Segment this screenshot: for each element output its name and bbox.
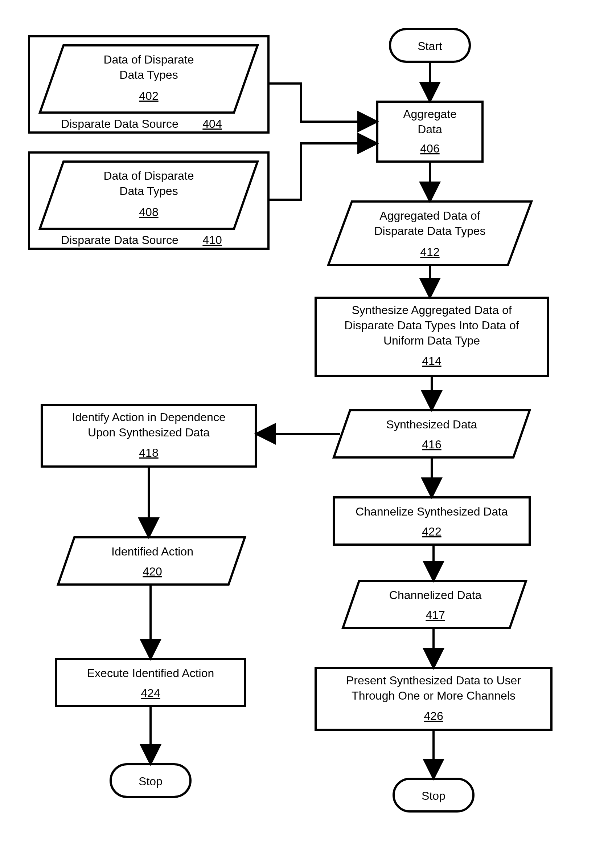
synthesized-data-416: Synthesized Data 416 (334, 410, 530, 457)
start-label: Start (417, 40, 442, 53)
execute-action-424: Execute Identified Action 424 (56, 659, 245, 706)
source-410-label: Disparate Data Source (61, 233, 179, 247)
n414-l3: Uniform Data Type (384, 334, 480, 347)
identify-action-418: Identify Action in Dependence Upon Synth… (42, 405, 256, 467)
n414-l2: Disparate Data Types Into Data of (344, 319, 519, 332)
data-402-l2: Data Types (119, 68, 178, 81)
stop-left-label: Stop (139, 775, 162, 788)
data-402-l1: Data of Disparate (103, 53, 194, 66)
stop-terminal-left: Stop (111, 764, 191, 797)
n424-ref: 424 (141, 686, 160, 700)
agg-l2: Data (417, 123, 442, 136)
source-404-ref: 404 (202, 117, 222, 130)
source-404-label: Disparate Data Source (61, 117, 179, 130)
n418-l2: Upon Synthesized Data (88, 426, 210, 439)
aggregate-data-406: Aggregate Data 406 (377, 102, 483, 162)
disparate-source-410: Data of Disparate Data Types 408 Dispara… (29, 152, 269, 249)
n424-l1: Execute Identified Action (87, 667, 214, 680)
agg-ref: 406 (420, 142, 439, 155)
data-408-ref: 408 (139, 205, 158, 219)
n412-l2: Disparate Data Types (374, 224, 485, 238)
agg-l1: Aggregate (403, 107, 457, 121)
start-terminal: Start (390, 29, 470, 62)
arrow-404-to-406 (269, 84, 376, 122)
data-402-ref: 402 (139, 89, 158, 103)
n426-l1: Present Synthesized Data to User (346, 674, 521, 687)
n414-l1: Synthesize Aggregated Data of (352, 303, 512, 317)
aggregated-data-412: Aggregated Data of Disparate Data Types … (328, 201, 532, 265)
n412-l1: Aggregated Data of (379, 209, 480, 222)
n416-ref: 416 (422, 438, 441, 451)
channelize-422: Channelize Synthesized Data 422 (334, 497, 530, 545)
n414-ref: 414 (422, 354, 441, 368)
channelized-data-417: Channelized Data 417 (343, 581, 526, 628)
n422-ref: 422 (422, 525, 441, 538)
n418-l1: Identify Action in Dependence (72, 411, 225, 424)
n420-l1: Identified Action (112, 545, 193, 558)
stop-right-label: Stop (422, 789, 445, 802)
stop-terminal-right: Stop (394, 779, 474, 811)
n417-l1: Channelized Data (389, 588, 482, 602)
present-data-426: Present Synthesized Data to User Through… (316, 668, 552, 730)
n422-l1: Channelize Synthesized Data (356, 505, 508, 518)
arrow-410-to-406 (269, 143, 376, 200)
n416-l1: Synthesized Data (386, 418, 477, 431)
disparate-source-404: Data of Disparate Data Types 402 Dispara… (29, 36, 269, 133)
source-410-ref: 410 (202, 233, 222, 247)
n418-ref: 418 (139, 446, 158, 459)
data-408-l2: Data Types (119, 184, 178, 198)
synthesize-414: Synthesize Aggregated Data of Disparate … (316, 298, 548, 376)
n417-ref: 417 (425, 608, 445, 622)
flowchart-diagram: Start Data of Disparate Data Types 402 D… (0, 0, 616, 855)
n412-ref: 412 (420, 245, 439, 259)
n426-l2: Through One or More Channels (352, 689, 515, 702)
n426-ref: 426 (424, 709, 443, 722)
identified-action-420: Identified Action 420 (58, 537, 245, 585)
n420-ref: 420 (142, 565, 162, 578)
data-408-l1: Data of Disparate (103, 169, 194, 182)
